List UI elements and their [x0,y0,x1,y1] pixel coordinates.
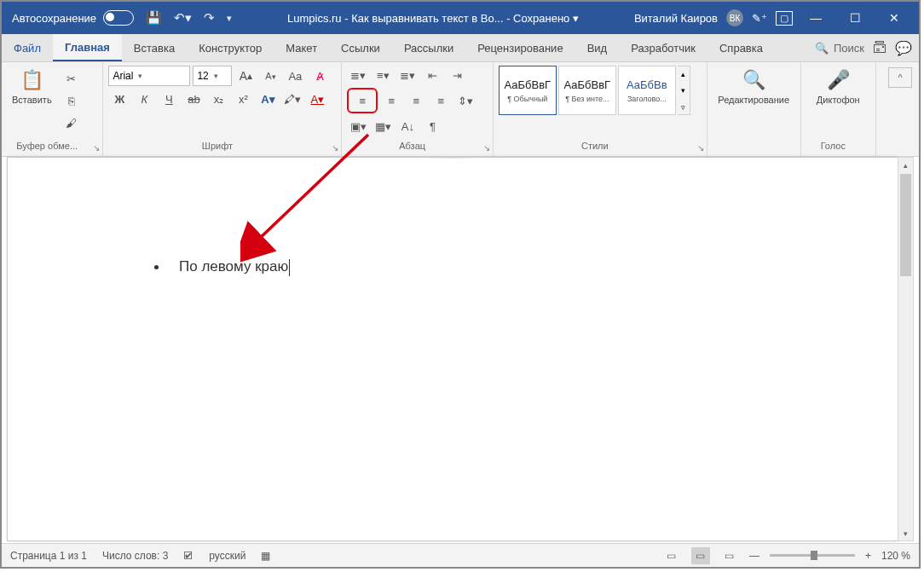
autosave-toggle[interactable] [103,10,134,26]
qat-dropdown-icon[interactable]: ▾ [227,13,232,24]
copy-icon[interactable]: ⎘ [61,91,83,110]
show-marks-icon[interactable]: ¶ [421,117,443,136]
paragraph-dialog-icon[interactable]: ↘ [483,143,490,153]
drawing-tools-icon[interactable]: ✎⁺ [752,12,767,25]
font-name-combo[interactable]: Arial▾ [108,66,190,86]
status-words[interactable]: Число слов: 3 [102,550,168,562]
tab-references[interactable]: Ссылки [329,34,392,61]
tab-view[interactable]: Вид [575,34,620,61]
read-mode-icon[interactable]: ▭ [662,547,681,564]
tab-developer[interactable]: Разработчик [619,34,707,61]
scroll-track[interactable] [898,278,913,526]
ribbon: 📋Вставить ✂ ⎘ 🖌 Буфер обме... ↘ Arial▾ 1… [2,62,919,157]
align-center-button[interactable]: ≡ [380,91,402,110]
clipboard-dialog-icon[interactable]: ↘ [93,143,100,153]
print-layout-icon[interactable]: ▭ [691,547,710,564]
collapse-ribbon-icon[interactable]: ^ [888,67,912,88]
sort-icon[interactable]: A↓ [396,117,419,136]
scroll-thumb[interactable] [900,174,911,276]
editing-label: Редактирование [718,95,789,105]
underline-button[interactable]: Ч [158,90,180,108]
tab-mailings[interactable]: Рассылки [392,34,465,61]
highlight-icon[interactable]: 🖍▾ [281,90,303,108]
scroll-up-icon[interactable]: ▴ [898,158,913,172]
bullets-icon[interactable]: ≣▾ [347,66,369,84]
zoom-in-icon[interactable]: + [865,550,871,562]
web-layout-icon[interactable]: ▭ [720,547,739,564]
styles-down-icon[interactable]: ▾ [678,84,690,98]
tab-file[interactable]: Файл [2,34,53,61]
tab-help[interactable]: Справка [707,34,775,61]
style-normal[interactable]: АаБбВвГ¶ Обычный [499,66,557,115]
document-canvas[interactable]: По левому краю [7,157,898,541]
change-case-icon[interactable]: Aa [284,66,306,85]
dictate-button[interactable]: 🎤Диктофон [806,66,870,108]
document-text-line: По левому краю [154,258,290,276]
search-label: Поиск [834,42,864,55]
align-right-button[interactable]: ≡ [405,91,427,110]
vertical-scrollbar[interactable]: ▴ ▾ [898,157,914,541]
multilevel-icon[interactable]: ≣▾ [396,66,419,84]
group-label: Стили [494,141,696,154]
macro-icon[interactable]: ▦ [261,550,270,562]
undo-icon[interactable]: ↶▾ [174,10,192,26]
tab-layout[interactable]: Макет [274,34,329,61]
strike-button[interactable]: ab [182,90,205,108]
minimize-button[interactable]: — [796,2,835,34]
tab-home[interactable]: Главная [53,34,122,61]
zoom-level[interactable]: 120 % [881,550,910,562]
title-bar: Автосохранение 💾 ↶▾ ↷ ▾ Lumpics.ru - Как… [2,2,919,34]
grow-font-icon[interactable]: A▴ [234,66,257,85]
text-effects-icon[interactable]: A▾ [257,90,279,108]
dictate-label: Диктофон [817,95,860,105]
tab-insert[interactable]: Вставка [122,34,187,61]
clear-format-icon[interactable]: A̷ [309,66,331,85]
bullet-icon [154,265,159,269]
bold-button[interactable]: Ж [108,90,130,108]
status-page[interactable]: Страница 1 из 1 [10,550,87,562]
borders-icon[interactable]: ▦▾ [372,117,394,136]
find-button[interactable]: 🔍Редактирование [713,66,795,108]
close-button[interactable]: ✕ [875,2,914,34]
subscript-button[interactable]: x₂ [207,90,229,108]
font-color-icon[interactable]: A▾ [306,90,328,108]
style-no-spacing[interactable]: АаБбВвГ¶ Без инте... [558,66,616,115]
autosave-label: Автосохранение [12,12,96,25]
search-box[interactable]: 🔍 Поиск [815,42,864,55]
save-icon[interactable]: 💾 [146,10,162,26]
spellcheck-icon[interactable]: 🗹 [183,550,193,562]
user-avatar[interactable]: ВК [726,9,743,26]
style-heading1[interactable]: АаБбВвЗаголово... [618,66,676,115]
styles-more-icon[interactable]: ▿ [678,100,690,114]
tab-design[interactable]: Конструктор [187,34,274,61]
line-spacing-icon[interactable]: ⇕▾ [454,91,476,110]
zoom-out-icon[interactable]: — [749,550,759,562]
increase-indent-icon[interactable]: ⇥ [446,66,468,84]
ribbon-display-icon[interactable]: ▢ [776,11,793,26]
zoom-slider[interactable] [770,554,855,557]
styles-dialog-icon[interactable]: ↘ [697,143,704,153]
shrink-font-icon[interactable]: A▾ [259,66,281,85]
tab-review[interactable]: Рецензирование [465,34,575,61]
styles-up-icon[interactable]: ▴ [678,66,690,81]
cut-icon[interactable]: ✂ [61,69,83,88]
redo-icon[interactable]: ↷ [204,10,215,26]
share-icon[interactable]: 🖆 [873,40,886,55]
paste-button[interactable]: 📋Вставить [7,66,57,108]
align-justify-button[interactable]: ≡ [430,91,452,110]
font-dialog-icon[interactable]: ↘ [332,143,338,153]
comments-icon[interactable]: 💬 [895,40,912,56]
font-size-combo[interactable]: 12▾ [193,66,232,86]
italic-button[interactable]: К [133,90,155,108]
superscript-button[interactable]: x² [232,90,254,108]
numbering-icon[interactable]: ≡▾ [372,66,394,84]
group-label: Шрифт [103,141,331,154]
status-language[interactable]: русский [209,550,245,562]
scroll-down-icon[interactable]: ▾ [898,526,913,540]
maximize-button[interactable]: ☐ [835,2,875,34]
shading-icon[interactable]: ▣▾ [347,117,369,136]
align-left-button[interactable]: ≡ [350,90,374,111]
format-painter-icon[interactable]: 🖌 [61,113,83,132]
group-voice: 🎤Диктофон Голос [801,62,876,156]
decrease-indent-icon[interactable]: ⇤ [421,66,443,84]
